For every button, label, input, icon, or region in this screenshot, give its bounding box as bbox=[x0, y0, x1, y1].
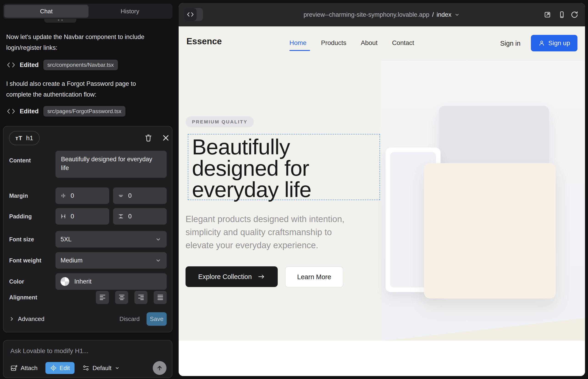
color-select[interactable]: Inherit bbox=[56, 273, 167, 290]
open-external-icon[interactable] bbox=[543, 11, 552, 19]
selected-h1-element[interactable]: Beautifully designed for everyday life bbox=[188, 134, 380, 200]
mode-select[interactable]: Default bbox=[82, 364, 120, 372]
content-input[interactable]: Beautifully designed for everyday life bbox=[56, 151, 167, 178]
edit-target-icon bbox=[50, 364, 57, 371]
nav-link-products[interactable]: Products bbox=[321, 39, 346, 47]
align-right-icon[interactable] bbox=[134, 291, 147, 304]
code-icon bbox=[7, 108, 15, 114]
edit-mode-button[interactable]: Edit bbox=[46, 362, 75, 374]
chat-message: Now let's update the Navbar component to… bbox=[6, 32, 162, 53]
padding-x-input[interactable]: 0 bbox=[56, 208, 109, 225]
edited-file-row: Edited src/components/Navbar.tsx bbox=[7, 59, 118, 71]
decor-card-cream bbox=[424, 163, 556, 299]
chevron-down-icon bbox=[454, 12, 460, 18]
margin-x-input[interactable]: 0 bbox=[56, 188, 109, 204]
margin-y-input[interactable]: 0 bbox=[113, 188, 167, 204]
align-center-icon[interactable] bbox=[115, 291, 128, 304]
arrow-right-icon bbox=[258, 274, 265, 279]
url-bar[interactable]: preview--charming-site-symphony.lovable.… bbox=[179, 3, 585, 26]
margin-vertical-icon bbox=[118, 192, 124, 199]
hero-description: Elegant products designed with intention… bbox=[186, 213, 373, 252]
edited-file-row: Edited src/pages/ForgotPassword.tsx bbox=[7, 106, 125, 117]
delete-element-icon[interactable] bbox=[144, 133, 153, 142]
margin-label: Margin bbox=[9, 192, 56, 199]
attach-image-icon bbox=[10, 364, 18, 372]
color-label: Color bbox=[9, 278, 56, 285]
nav-link-contact[interactable]: Contact bbox=[392, 39, 414, 47]
discard-button[interactable]: Discard bbox=[120, 316, 140, 323]
align-justify-icon[interactable] bbox=[154, 291, 167, 304]
browser-bar: preview--charming-site-symphony.lovable.… bbox=[179, 3, 585, 26]
url-page: index bbox=[437, 11, 451, 18]
preview-window: preview--charming-site-symphony.lovable.… bbox=[179, 3, 585, 376]
sliders-icon bbox=[82, 364, 90, 372]
chevron-down-icon bbox=[114, 365, 120, 371]
code-view-toggle[interactable] bbox=[184, 8, 203, 21]
send-button[interactable] bbox=[153, 361, 167, 375]
save-button[interactable]: Save bbox=[147, 312, 167, 326]
chevron-right-icon bbox=[9, 316, 14, 321]
content-label: Content bbox=[9, 151, 56, 164]
padding-vertical-icon bbox=[118, 213, 124, 220]
type-icon: тT bbox=[15, 135, 22, 142]
refresh-icon[interactable] bbox=[570, 11, 579, 19]
sign-up-button[interactable]: Sign up bbox=[531, 35, 577, 51]
align-left-icon[interactable] bbox=[96, 291, 109, 304]
chat-message: I should also create a Forgot Password p… bbox=[6, 79, 162, 100]
alignment-label: Alignment bbox=[9, 294, 56, 301]
code-icon bbox=[184, 8, 197, 21]
edited-label: Edited bbox=[20, 62, 39, 69]
font-size-label: Font size bbox=[9, 236, 56, 243]
arrow-up-icon bbox=[156, 364, 163, 371]
selected-element-pill: тT h1 bbox=[9, 131, 40, 145]
sign-in-link[interactable]: Sign in bbox=[500, 40, 521, 47]
edited-label: Edited bbox=[20, 108, 39, 115]
transparency-swatch-icon bbox=[61, 277, 69, 286]
margin-horizontal-icon bbox=[60, 192, 66, 199]
font-size-select[interactable]: 5XL bbox=[56, 231, 167, 248]
url-host: preview--charming-site-symphony.lovable.… bbox=[304, 11, 430, 18]
close-icon[interactable] bbox=[161, 133, 170, 142]
active-nav-underline bbox=[289, 50, 310, 51]
padding-label: Padding bbox=[9, 213, 56, 220]
tab-history[interactable]: History bbox=[89, 8, 171, 15]
site-logo[interactable]: Essence bbox=[186, 36, 222, 46]
tab-chat[interactable]: Chat bbox=[4, 5, 89, 18]
nav-link-home[interactable]: Home bbox=[289, 39, 307, 47]
padding-horizontal-icon bbox=[60, 213, 66, 220]
attach-button[interactable]: Attach bbox=[10, 364, 38, 372]
chat-history-tabbar: Chat History bbox=[3, 4, 172, 19]
code-icon bbox=[7, 62, 15, 68]
mobile-view-icon[interactable] bbox=[558, 11, 566, 19]
chevron-down-icon bbox=[155, 236, 162, 243]
file-chip[interactable]: src/pages/ForgotPassword.tsx bbox=[43, 106, 126, 117]
user-icon bbox=[538, 40, 545, 47]
prompt-input[interactable]: Ask Lovable to modify H1... bbox=[10, 347, 89, 355]
scrolled-chip-fragment bbox=[44, 19, 76, 23]
prompt-composer: Ask Lovable to modify H1... Attach bbox=[3, 340, 172, 378]
url-separator: / bbox=[432, 11, 434, 18]
hero-badge: PREMIUM QUALITY bbox=[186, 116, 254, 127]
chevron-down-icon bbox=[155, 257, 162, 264]
next-section bbox=[179, 341, 585, 376]
site-nav: Home Products About Contact bbox=[289, 39, 414, 47]
nav-link-about[interactable]: About bbox=[361, 39, 377, 47]
explore-collection-button[interactable]: Explore Collection bbox=[186, 266, 278, 287]
learn-more-button[interactable]: Learn More bbox=[285, 266, 343, 287]
element-editor-panel: тT h1 Content Beautifully designed for e… bbox=[3, 126, 172, 332]
site-canvas: Essence Home Products About Contact Sign… bbox=[179, 26, 585, 376]
font-weight-select[interactable]: Medium bbox=[56, 252, 167, 269]
lovable-app: Chat History Now let's update the Navbar… bbox=[0, 0, 588, 379]
file-chip[interactable]: src/components/Navbar.tsx bbox=[43, 60, 118, 70]
font-weight-label: Font weight bbox=[9, 257, 56, 264]
advanced-toggle[interactable]: Advanced bbox=[9, 316, 45, 323]
element-tag: h1 bbox=[26, 134, 33, 142]
padding-y-input[interactable]: 0 bbox=[113, 208, 167, 225]
